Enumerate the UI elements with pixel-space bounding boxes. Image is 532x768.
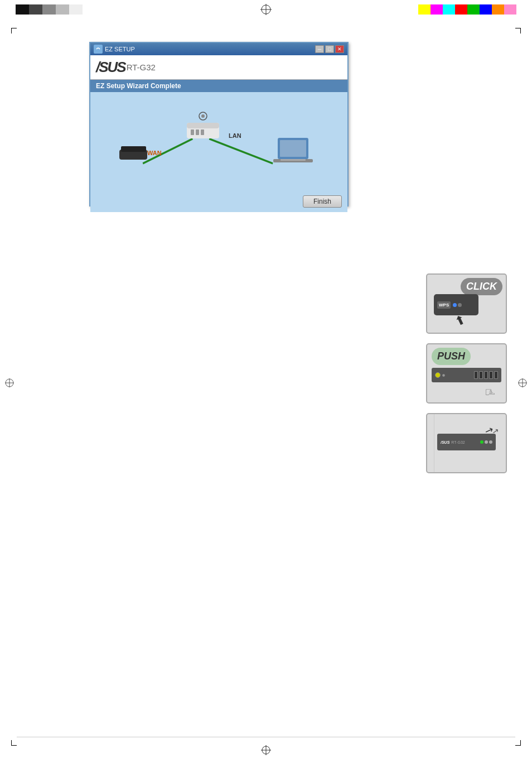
color-swatch bbox=[29, 4, 42, 15]
color-swatch bbox=[504, 4, 516, 15]
blink-arrow2-icon: ↗ bbox=[492, 426, 500, 436]
corner-mark-tr bbox=[515, 28, 521, 33]
color-swatch bbox=[480, 4, 492, 15]
crosshair-bottom bbox=[260, 745, 272, 758]
svg-rect-13 bbox=[121, 146, 146, 152]
window-titlebar: EZ SETUP ─ □ ✕ bbox=[90, 43, 347, 55]
port-led-grey bbox=[442, 374, 445, 377]
led-row bbox=[453, 303, 462, 307]
svg-rect-19 bbox=[196, 129, 199, 135]
svg-rect-20 bbox=[201, 129, 204, 135]
bottom-separator bbox=[17, 737, 515, 737]
svg-rect-22 bbox=[280, 140, 306, 157]
port-led-yellow bbox=[435, 372, 441, 378]
svg-point-15 bbox=[201, 114, 205, 118]
port-rect bbox=[489, 371, 493, 379]
window-header: /SUS RT-G32 bbox=[90, 55, 347, 80]
wizard-title: EZ Setup Wizard Complete bbox=[96, 82, 181, 90]
corner-mark-tl bbox=[11, 28, 17, 33]
port-rect bbox=[494, 371, 498, 379]
svg-point-9 bbox=[95, 46, 101, 52]
router-model: RT-G32 bbox=[127, 63, 156, 72]
color-swatch bbox=[431, 4, 443, 15]
asus-small-logo: /SUS bbox=[441, 440, 449, 444]
router-side-view bbox=[432, 368, 501, 382]
color-swatch bbox=[42, 4, 56, 15]
ez-setup-window: EZ SETUP ─ □ ✕ /SUS RT-G32 EZ Setup Wiza… bbox=[89, 42, 349, 207]
compass-right bbox=[518, 378, 528, 390]
window-controls[interactable]: ─ □ ✕ bbox=[315, 45, 344, 53]
color-bar-right bbox=[418, 4, 516, 15]
hand-down-icon: ☞ bbox=[485, 385, 496, 399]
svg-rect-24 bbox=[280, 159, 306, 161]
crosshair-top bbox=[259, 3, 273, 18]
click-label: CLICK bbox=[461, 278, 502, 295]
color-swatch bbox=[455, 4, 467, 15]
wps-click-image: CLICK WPS ⬆ bbox=[426, 273, 507, 334]
led-off bbox=[458, 303, 462, 307]
led-green bbox=[480, 440, 483, 444]
port-rect bbox=[479, 371, 483, 379]
wps-label: WPS bbox=[437, 301, 451, 309]
divider-line-left bbox=[434, 414, 434, 472]
router-icon bbox=[182, 112, 224, 145]
svg-rect-17 bbox=[187, 123, 219, 128]
window-title: EZ SETUP bbox=[105, 46, 315, 52]
lan-label: LAN bbox=[229, 132, 241, 139]
color-swatch bbox=[467, 4, 480, 15]
compass-left bbox=[4, 378, 14, 390]
led-dim2 bbox=[489, 440, 492, 444]
svg-rect-18 bbox=[191, 129, 194, 135]
close-button[interactable]: ✕ bbox=[335, 45, 344, 53]
led-dim bbox=[485, 440, 488, 444]
color-bar-left bbox=[16, 4, 83, 15]
port-rect bbox=[484, 371, 488, 379]
laptop-icon bbox=[272, 137, 314, 170]
restore-button[interactable]: □ bbox=[325, 45, 334, 53]
router-leds bbox=[480, 440, 492, 444]
corner-mark-br bbox=[515, 740, 521, 746]
minimize-button[interactable]: ─ bbox=[315, 45, 324, 53]
model-small: RT-G32 bbox=[451, 440, 465, 444]
led-blue bbox=[453, 303, 457, 307]
color-swatch bbox=[56, 4, 69, 15]
port-rect bbox=[474, 371, 478, 379]
window-icon bbox=[94, 45, 103, 54]
color-swatch bbox=[443, 4, 455, 15]
push-label: PUSH bbox=[432, 348, 471, 365]
color-swatch bbox=[492, 4, 504, 15]
wps-device: WPS bbox=[434, 294, 478, 315]
corner-mark-bl bbox=[11, 740, 17, 746]
color-swatch bbox=[418, 4, 431, 15]
blink-image: /SUS RT-G32 ↗ ↗ bbox=[426, 413, 507, 473]
color-swatch bbox=[16, 4, 29, 15]
port-row bbox=[474, 371, 498, 379]
modem-icon bbox=[118, 145, 149, 162]
color-swatch bbox=[69, 4, 83, 15]
push-image: PUSH ☞ bbox=[426, 343, 507, 404]
finish-button[interactable]: Finish bbox=[303, 195, 342, 208]
wan-label: WAN bbox=[147, 150, 162, 156]
asus-logo: /SUS bbox=[96, 59, 125, 76]
window-body: WAN LAN Finish bbox=[90, 92, 347, 212]
wizard-title-bar: EZ Setup Wizard Complete bbox=[90, 80, 347, 92]
